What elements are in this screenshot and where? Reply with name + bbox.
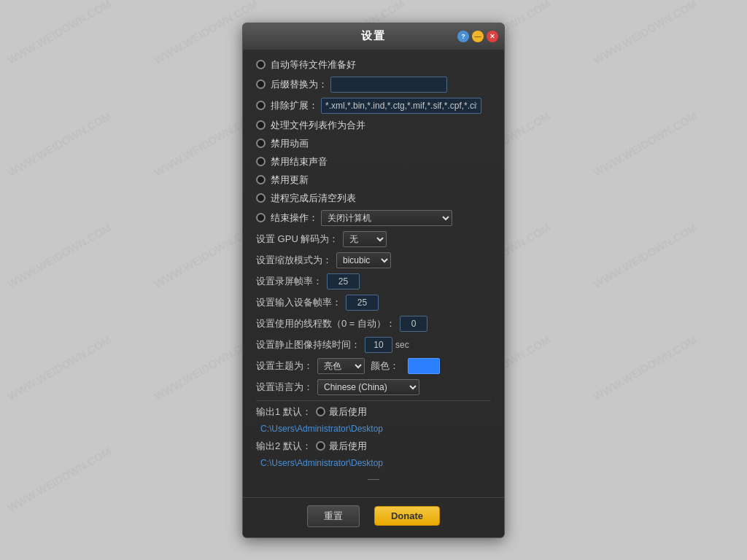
theme-select[interactable]: 亮色 暗色 — [317, 358, 365, 374]
still-duration-label: 设置静止图像持续时间： — [256, 338, 360, 351]
clear-after-label: 进程完成后清空列表 — [271, 192, 356, 205]
clear-after-row: 进程完成后清空列表 — [256, 192, 491, 205]
disable-update-label: 禁用更新 — [271, 174, 309, 187]
process-list-row: 处理文件列表作为合并 — [256, 119, 491, 132]
screen-fps-label: 设置录屏帧率： — [256, 275, 322, 288]
still-duration-input[interactable] — [365, 337, 392, 353]
divider-1 — [256, 400, 491, 401]
color-label: 颜色： — [371, 359, 399, 373]
threads-row: 设置使用的线程数（0 = 自动）： — [256, 316, 491, 332]
output2-row: 输出2 默认： 最后使用 — [256, 440, 491, 453]
output1-label: 输出1 默认： — [256, 405, 311, 419]
clear-after-radio[interactable] — [256, 193, 266, 203]
scale-mode-label: 设置缩放模式为： — [256, 254, 332, 267]
language-select[interactable]: Chinese (China) English — [317, 379, 419, 395]
screen-fps-row: 设置录屏帧率： — [256, 273, 491, 289]
output2-path-row: C:\Users\Administrator\Desktop — [259, 458, 491, 468]
replace-with-input[interactable] — [330, 77, 447, 93]
process-list-label: 处理文件列表作为合并 — [271, 119, 365, 132]
replace-with-label: 后缀替换为： — [271, 78, 328, 91]
end-action-radio[interactable] — [256, 213, 266, 222]
language-row: 设置语言为： Chinese (China) English — [256, 379, 491, 395]
scale-mode-select[interactable]: bicubic bilinear nearest — [336, 252, 391, 268]
donate-button[interactable]: Donate — [374, 506, 440, 526]
output1-path-row: C:\Users\Administrator\Desktop — [259, 424, 491, 434]
scale-mode-row: 设置缩放模式为： bicubic bilinear nearest — [256, 252, 491, 268]
disable-sound-row: 禁用结束声音 — [256, 155, 491, 168]
disable-anim-radio[interactable] — [256, 139, 266, 148]
disable-update-radio[interactable] — [256, 175, 266, 184]
exclude-ext-row: 排除扩展： — [256, 98, 491, 114]
sec-label: sec — [395, 340, 409, 350]
output1-path[interactable]: C:\Users\Administrator\Desktop — [260, 424, 383, 434]
output1-row: 输出1 默认： 最后使用 — [256, 405, 491, 419]
replace-with-row: 后缀替换为： — [256, 77, 491, 93]
threads-label: 设置使用的线程数（0 = 自动）： — [256, 317, 395, 330]
disable-sound-label: 禁用结束声音 — [271, 155, 328, 168]
color-picker[interactable] — [408, 358, 440, 374]
language-label: 设置语言为： — [256, 381, 313, 394]
exclude-ext-radio[interactable] — [256, 101, 266, 110]
window-controls: ? — ✕ — [457, 31, 498, 42]
threads-input[interactable] — [400, 316, 427, 332]
theme-label: 设置主题为： — [256, 359, 313, 373]
minimize-button[interactable]: — — [472, 31, 484, 42]
process-list-radio[interactable] — [256, 120, 266, 130]
footer: 重置 Donate — [243, 497, 504, 537]
output1-last-used: 最后使用 — [329, 405, 367, 419]
disable-anim-label: 禁用动画 — [271, 137, 309, 150]
output2-radio[interactable] — [316, 441, 325, 451]
input-fps-input[interactable] — [346, 295, 379, 311]
theme-row: 设置主题为： 亮色 暗色 颜色： — [256, 358, 491, 374]
title-bar: 设置 ? — ✕ — [243, 23, 504, 50]
input-fps-label: 设置输入设备帧率： — [256, 296, 341, 309]
input-fps-row: 设置输入设备帧率： — [256, 295, 491, 311]
gpu-decode-label: 设置 GPU 解码为： — [256, 233, 338, 246]
output2-path[interactable]: C:\Users\Administrator\Desktop — [260, 458, 383, 468]
output2-last-used: 最后使用 — [329, 440, 367, 453]
auto-wait-radio[interactable] — [256, 60, 266, 69]
help-button[interactable]: ? — [457, 31, 469, 42]
reset-button[interactable]: 重置 — [307, 505, 360, 527]
exclude-ext-label: 排除扩展： — [271, 99, 318, 112]
end-action-label: 结束操作： — [271, 211, 318, 225]
window-title: 设置 — [361, 29, 386, 43]
settings-window: 设置 ? — ✕ 自动等待文件准备好 后缀替换为： 排除扩展： 处理文件列 — [242, 23, 505, 538]
scroll-hint: — — [256, 472, 491, 486]
exclude-ext-input[interactable] — [321, 98, 481, 114]
replace-with-radio[interactable] — [256, 79, 266, 89]
output1-radio[interactable] — [316, 407, 325, 416]
auto-wait-label: 自动等待文件准备好 — [271, 58, 356, 71]
disable-update-row: 禁用更新 — [256, 174, 491, 187]
gpu-decode-row: 设置 GPU 解码为： 无 CUDA OpenCL — [256, 231, 491, 247]
settings-content: 自动等待文件准备好 后缀替换为： 排除扩展： 处理文件列表作为合并 禁用动画 禁… — [243, 50, 504, 497]
screen-fps-input[interactable] — [327, 273, 360, 289]
output2-label: 输出2 默认： — [256, 440, 311, 453]
auto-wait-row: 自动等待文件准备好 — [256, 58, 491, 71]
end-action-row: 结束操作： 关闭计算机 — [256, 210, 491, 226]
still-duration-row: 设置静止图像持续时间： sec — [256, 337, 491, 353]
gpu-decode-select[interactable]: 无 CUDA OpenCL — [343, 231, 387, 247]
disable-anim-row: 禁用动画 — [256, 137, 491, 150]
close-button[interactable]: ✕ — [487, 31, 498, 42]
end-action-select[interactable]: 关闭计算机 — [321, 210, 452, 226]
disable-sound-radio[interactable] — [256, 157, 266, 166]
